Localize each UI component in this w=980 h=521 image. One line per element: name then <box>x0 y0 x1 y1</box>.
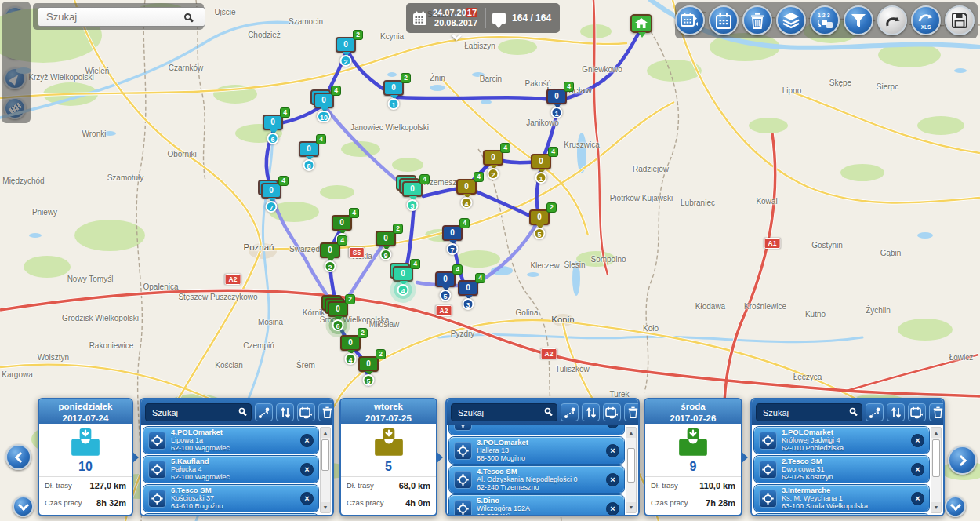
funnel-icon <box>851 13 866 29</box>
map-marker[interactable]: 0047 <box>261 183 281 199</box>
map-marker[interactable]: 025 <box>529 209 550 225</box>
list-item[interactable]: 4.Dino × <box>754 514 929 515</box>
save-button[interactable] <box>945 5 975 35</box>
map-marker[interactable]: 046 <box>263 115 283 130</box>
day-panel-wednesday[interactable]: środa2017-07-26 9 Dł. trasy110,0 km Czas… <box>644 398 742 516</box>
optimize-route-button[interactable] <box>255 403 273 421</box>
list-item[interactable]: 3.Intermarche Ks. M. Weychana 1 63-100 Ś… <box>754 485 929 512</box>
optimize-route-button[interactable] <box>561 403 579 421</box>
sort-stops-button[interactable] <box>887 403 905 421</box>
map-marker[interactable]: 022 <box>336 37 356 53</box>
list-search-input[interactable] <box>145 403 252 421</box>
scroll-down-icon[interactable]: ▼ <box>626 502 636 512</box>
filter-button[interactable] <box>844 5 873 35</box>
scroll-thumb[interactable] <box>321 439 329 471</box>
remove-stop-button[interactable]: × <box>911 463 924 476</box>
list-search-input[interactable] <box>756 403 862 421</box>
map-marker[interactable]: 045 <box>435 271 456 287</box>
list-item[interactable]: 4.POLOmarket Lipowa 1a 62-100 Wągrowiec … <box>143 427 318 454</box>
clear-day-button[interactable] <box>624 403 640 421</box>
map-marker[interactable]: 029 <box>376 231 396 246</box>
remove-stop-button[interactable]: × <box>300 463 314 476</box>
map-marker[interactable]: 042 <box>320 242 340 258</box>
search-icon[interactable] <box>184 13 191 20</box>
map-marker[interactable]: 048 <box>299 141 319 157</box>
list-search-input[interactable] <box>451 403 557 421</box>
house-icon <box>635 18 648 29</box>
remove-stop-button[interactable]: × <box>606 502 619 516</box>
map-marker[interactable]: 041 <box>531 154 551 169</box>
map-marker[interactable]: 044 <box>456 179 477 195</box>
map-marker[interactable]: 00026 <box>328 301 348 317</box>
sort-stops-button[interactable] <box>582 403 600 421</box>
search-icon[interactable] <box>239 408 245 414</box>
scrollbar[interactable]: ▲▼ <box>626 427 637 513</box>
calendar-button[interactable] <box>709 5 739 35</box>
search-input[interactable] <box>38 7 205 27</box>
stop-city: 62-010 Pobiedziska <box>782 444 906 452</box>
list-item[interactable]: 6.Tesco SM Kościuszki 37 64-610 Rogoźno … <box>143 485 318 512</box>
home-depot-marker[interactable] <box>630 14 652 33</box>
move-day-button[interactable] <box>908 403 926 421</box>
scroll-down-icon[interactable]: ▼ <box>321 502 330 512</box>
map-marker[interactable]: 025 <box>358 356 379 372</box>
sort-stops-button[interactable] <box>276 403 294 421</box>
list-item[interactable]: 88-300 Mogilno × <box>449 425 624 435</box>
scroll-thumb[interactable] <box>932 439 940 477</box>
list-item[interactable]: 3.POLOmarket Hallera 13 88-300 Mogilno × <box>449 437 624 464</box>
scrollbar[interactable]: ▲▼ <box>320 427 331 513</box>
move-day-button[interactable] <box>603 403 621 421</box>
remove-stop-button[interactable]: × <box>606 473 619 486</box>
collapse-left-button[interactable] <box>13 496 34 517</box>
layers-button[interactable] <box>776 5 806 35</box>
day-panel-tuesday[interactable]: wtorek2017-07-25 5 Dł. trasy68,0 km Czas… <box>339 398 437 516</box>
map-marker[interactable]: 00043 <box>402 181 423 197</box>
next-days-button[interactable] <box>948 446 977 475</box>
list-item[interactable]: 2.Tesco SM Dworcowa 31 62-025 Kostrzyn × <box>754 456 929 483</box>
scroll-down-icon[interactable]: ▼ <box>931 502 941 512</box>
map-marker[interactable]: 041 <box>332 215 352 231</box>
remove-stop-button[interactable]: × <box>911 492 924 505</box>
export-xls-button[interactable]: XLS <box>911 5 941 35</box>
delete-route-button[interactable] <box>742 5 772 35</box>
scroll-up-icon[interactable]: ▲ <box>321 428 330 438</box>
list-item[interactable]: 4.Tesco SM Al. Odzyskania Niepodległości… <box>449 466 624 493</box>
search-icon[interactable] <box>850 408 856 414</box>
map-marker[interactable]: 047 <box>442 225 463 241</box>
clear-day-button[interactable] <box>318 403 334 421</box>
collapse-right-button[interactable] <box>945 496 966 517</box>
calendar-range-button[interactable] <box>675 5 705 35</box>
sort-arrows-icon <box>280 406 291 419</box>
map-marker[interactable]: 00410 <box>314 93 334 108</box>
scroll-thumb[interactable] <box>627 448 635 483</box>
map-marker[interactable]: 042 <box>483 150 503 166</box>
move-day-button[interactable] <box>297 403 315 421</box>
stop-number-circle: 2 <box>325 260 336 272</box>
list-item[interactable]: 5.Dino Wilczogóra 152A 62-550 Wilczyn × <box>449 495 624 515</box>
remove-stop-button[interactable]: × <box>606 444 619 457</box>
remove-stop-button[interactable]: × <box>911 434 924 447</box>
list-item[interactable]: 5.Kaufland Pałucka 4 62-100 Wągrowiec × <box>143 456 318 483</box>
scroll-up-icon[interactable]: ▲ <box>931 428 941 438</box>
scrollbar[interactable]: ▲▼ <box>931 427 942 513</box>
remove-stop-button[interactable]: × <box>300 492 314 505</box>
map-marker[interactable]: 024 <box>340 335 361 351</box>
list-item[interactable]: 1.POLOmarket Królowej Jadwigi 4 62-010 P… <box>754 427 929 454</box>
map-marker[interactable]: 043 <box>458 280 478 296</box>
scroll-up-icon[interactable]: ▲ <box>626 428 636 438</box>
optimize-route-button[interactable] <box>866 403 884 421</box>
undo-button[interactable] <box>877 5 907 35</box>
clear-day-button[interactable] <box>929 403 945 421</box>
remove-stop-button[interactable]: × <box>300 434 314 447</box>
renumber-stops-button[interactable]: 1 2 3 <box>810 5 840 35</box>
map-marker[interactable]: 021 <box>383 80 404 96</box>
map-marker[interactable]: 041 <box>546 89 567 104</box>
prev-days-button[interactable] <box>5 444 31 470</box>
search-icon[interactable] <box>545 408 551 414</box>
list-item[interactable]: 7.Tesco SM × <box>143 514 318 515</box>
day-panel-monday[interactable]: poniedziałek2017-07-24 10 Dł. trasy127,0… <box>38 398 133 516</box>
date-range-bar[interactable]: 24.07.2017 20.08.2017 164 / 164 <box>406 3 560 33</box>
remove-stop-button[interactable]: × <box>606 425 619 428</box>
svg-text:1 2 3: 1 2 3 <box>818 13 830 18</box>
map-marker[interactable]: 0044 <box>393 266 413 282</box>
